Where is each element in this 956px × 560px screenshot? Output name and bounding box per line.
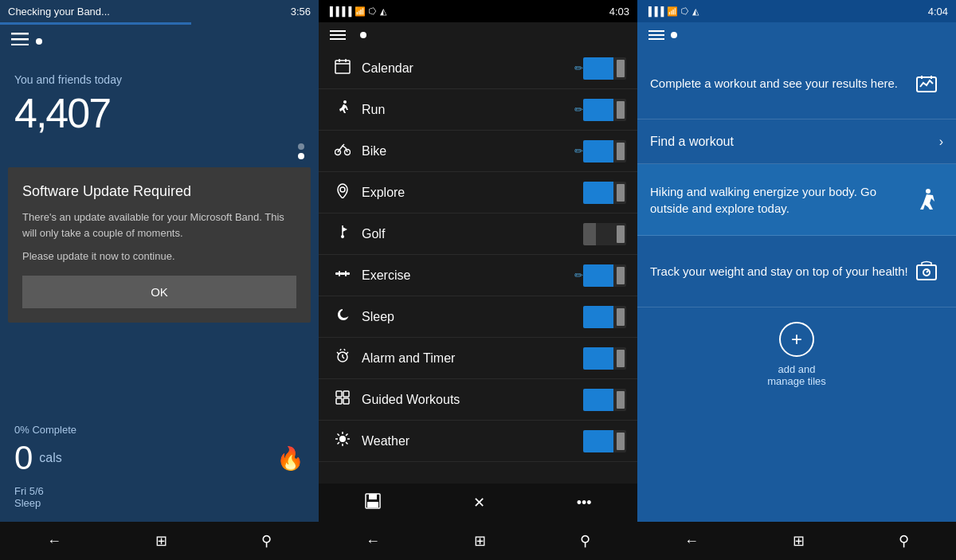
hiking-text: Hiking and walking energize your body. G… — [650, 183, 910, 217]
complete-label: 0% Complete — [14, 424, 304, 436]
tiles-list: Calendar ✏ Run ✏ Bike ✏ — [319, 48, 637, 468]
svg-rect-0 — [11, 33, 29, 35]
toggle-calendar[interactable] — [583, 57, 626, 80]
svg-rect-19 — [336, 391, 342, 397]
list-item[interactable]: Guided Workouts — [319, 379, 637, 421]
toggle-thumb — [617, 308, 625, 326]
find-workout-text: Find a workout — [650, 135, 939, 149]
calendar-icon — [330, 58, 355, 78]
toggle-weather[interactable] — [583, 430, 626, 452]
dialog-body: There's an update available for your Mic… — [22, 210, 296, 264]
search-button-3[interactable]: ⚲ — [899, 532, 909, 550]
nav-bar-3: ← ⊞ ⚲ — [637, 522, 956, 560]
toggle-fill — [583, 57, 613, 80]
hamburger-menu-3[interactable] — [648, 30, 664, 40]
toggle-exercise[interactable] — [583, 264, 626, 287]
nav-bar-1: ← ⊞ ⚲ — [0, 522, 319, 560]
search-button-2[interactable]: ⚲ — [580, 532, 590, 550]
scale-icon — [910, 255, 943, 288]
weight-card: Track your weight and stay on top of you… — [637, 236, 956, 307]
run-icon — [330, 100, 355, 119]
svg-rect-22 — [343, 398, 349, 404]
workout-results-icon — [910, 67, 943, 100]
save-icon[interactable] — [364, 492, 382, 514]
toggle-thumb — [617, 350, 625, 367]
hamburger-menu-1[interactable] — [0, 25, 319, 57]
workout-placeholder-card: Complete a workout and see your results … — [637, 48, 956, 119]
search-button-1[interactable]: ⚲ — [261, 532, 272, 550]
list-item[interactable]: Explore — [319, 172, 637, 213]
guided-workouts-icon — [330, 390, 355, 409]
list-item[interactable]: Alarm and Timer — [319, 338, 637, 379]
toggle-alarm[interactable] — [583, 347, 626, 370]
svg-line-30 — [346, 434, 347, 436]
item-name-calendar: Calendar — [355, 61, 571, 76]
time-2: 4:03 — [609, 6, 629, 18]
status-bar-2: ▐▐▐▐ 📶 ⭔ ◭ 4:03 — [319, 0, 637, 22]
toggle-guided-workouts[interactable] — [583, 389, 626, 411]
item-name-guided-workouts: Guided Workouts — [355, 393, 583, 407]
svg-point-38 — [926, 189, 931, 194]
svg-rect-2 — [11, 44, 29, 45]
home-button-2[interactable]: ⊞ — [474, 532, 486, 550]
list-item[interactable]: Golf — [319, 213, 637, 255]
svg-point-23 — [339, 436, 346, 442]
back-button-3[interactable]: ← — [684, 533, 699, 550]
home-button-1[interactable]: ⊞ — [155, 532, 167, 550]
list-item[interactable]: Exercise ✏ — [319, 255, 637, 296]
toggle-fill — [583, 99, 613, 121]
nav-bar-2: ← ⊞ ⚲ — [319, 522, 637, 560]
toggle-bike[interactable] — [583, 140, 626, 163]
toggle-fill — [583, 223, 596, 245]
cals-row: 0 cals 🔥 — [14, 439, 304, 477]
toggle-fill — [583, 264, 613, 287]
svg-point-10 — [340, 187, 345, 192]
toggle-run[interactable] — [583, 99, 626, 121]
home-button-3[interactable]: ⊞ — [793, 532, 805, 550]
signal-icons-3: ▐▐▐ 📶 ⭔ ◭ — [645, 6, 699, 17]
svg-rect-33 — [369, 494, 377, 499]
edit-icon-bike[interactable]: ✏ — [574, 145, 583, 157]
golf-icon — [330, 224, 355, 244]
list-item[interactable]: Calendar ✏ — [319, 48, 637, 89]
toggle-fill — [583, 182, 613, 204]
friends-label: You and friends today — [14, 73, 304, 86]
edit-icon-calendar[interactable]: ✏ — [574, 62, 583, 74]
svg-rect-34 — [367, 502, 378, 507]
panel-tiles: ▐▐▐▐ 📶 ⭔ ◭ 4:03 Calendar ✏ — [319, 0, 637, 560]
ok-button[interactable]: OK — [22, 276, 296, 308]
bluetooth-icon: ⭔ — [369, 6, 377, 17]
svg-rect-13 — [335, 272, 339, 275]
toggle-thumb — [617, 143, 625, 160]
svg-line-41 — [927, 270, 929, 272]
list-item[interactable]: Weather — [319, 421, 637, 462]
cals-unit: cals — [39, 451, 61, 465]
hamburger-menu-2[interactable] — [330, 30, 346, 40]
more-icon[interactable]: ••• — [577, 495, 592, 511]
panel-workouts: ▐▐▐ 📶 ⭔ ◭ 4:04 Complete a workout and se… — [637, 0, 956, 560]
dot-1 — [298, 143, 304, 150]
toggle-explore[interactable] — [583, 182, 626, 204]
edit-icon-run[interactable]: ✏ — [574, 104, 583, 116]
toggle-sleep[interactable] — [583, 306, 626, 328]
toggle-golf[interactable] — [583, 223, 626, 245]
sleep-icon — [330, 307, 355, 327]
hiking-card: Hiking and walking energize your body. G… — [637, 164, 956, 236]
back-button-1[interactable]: ← — [47, 533, 61, 550]
item-name-alarm: Alarm and Timer — [355, 351, 583, 366]
toggle-thumb — [617, 101, 625, 119]
back-button-2[interactable]: ← — [366, 533, 380, 550]
add-tiles-card[interactable]: + add and manage tiles — [637, 307, 956, 401]
edit-icon-exercise[interactable]: ✏ — [574, 269, 583, 281]
wifi-icon-3: 📶 — [667, 6, 678, 17]
item-name-golf: Golf — [355, 227, 583, 241]
chevron-right-icon: › — [939, 135, 943, 149]
list-item[interactable]: Run ✏ — [319, 89, 637, 131]
list-item[interactable]: Bike ✏ — [319, 131, 637, 172]
list-item[interactable]: Sleep — [319, 296, 637, 338]
header-dot-2 — [360, 32, 366, 38]
close-icon[interactable]: ✕ — [473, 494, 485, 511]
find-workout-link[interactable]: Find a workout › — [637, 119, 956, 164]
svg-rect-21 — [336, 398, 342, 404]
panel-checking-band: Checking your Band... 3:56 You and frien… — [0, 0, 319, 560]
